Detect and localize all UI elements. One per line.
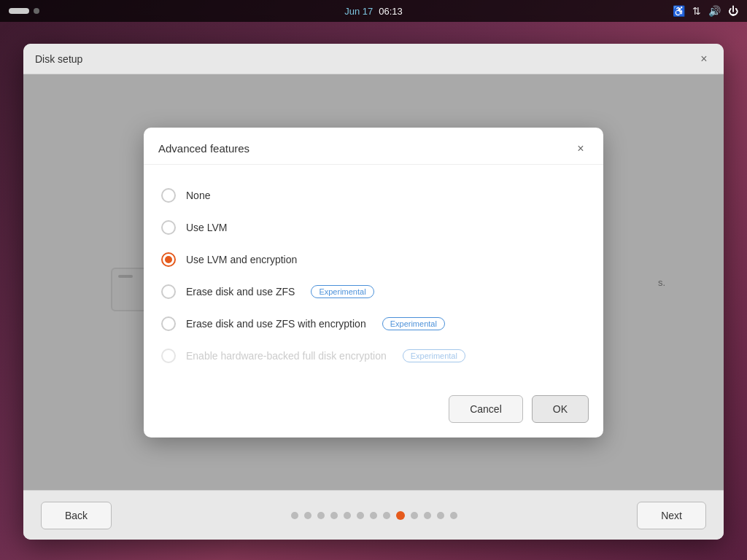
dot-9	[396, 511, 405, 520]
radio-zfs-encryption[interactable]	[161, 316, 176, 331]
radio-zfs[interactable]	[161, 284, 176, 299]
installer-title: Disk setup	[35, 53, 82, 65]
option-zfs-encryption-label: Erase disk and use ZFS with encryption	[186, 318, 366, 330]
dot-5	[344, 512, 351, 519]
dot-8	[383, 512, 390, 519]
taskbar-date: Jun 17	[344, 6, 373, 17]
option-lvm-encryption[interactable]: Use LVM and encryption	[161, 244, 586, 276]
option-hw-encryption-label: Enable hardware-backed full disk encrypt…	[186, 350, 387, 362]
zfs-encryption-experimental-badge: Experimental	[382, 317, 445, 330]
ok-button[interactable]: OK	[532, 395, 589, 423]
power-icon[interactable]: ⏻	[728, 5, 738, 17]
radio-none[interactable]	[161, 188, 176, 203]
option-zfs-label: Erase disk and use ZFS	[186, 286, 295, 298]
dot-4	[330, 512, 338, 519]
taskbar: Jun 17 06:13 ♿ ⇅ 🔊 ⏻	[0, 0, 747, 22]
option-lvm-label: Use LVM	[186, 222, 228, 233]
installer-titlebar: Disk setup ×	[23, 44, 724, 74]
taskbar-slider	[9, 8, 29, 14]
radio-hw-encryption	[161, 349, 176, 363]
zfs-experimental-badge: Experimental	[311, 285, 374, 298]
back-button[interactable]: Back	[41, 502, 112, 529]
dot-2	[304, 512, 311, 519]
taskbar-time: 06:13	[379, 6, 403, 17]
dot-7	[370, 512, 377, 519]
hw-encryption-experimental-badge: Experimental	[403, 349, 465, 362]
option-hw-encryption: Enable hardware-backed full disk encrypt…	[161, 340, 586, 372]
dot-13	[450, 512, 457, 519]
installer-window: Disk setup × ⚙ ⚙ s. Advanced features ×	[23, 44, 724, 540]
taskbar-dot	[34, 8, 39, 14]
cancel-button[interactable]: Cancel	[449, 395, 523, 423]
radio-lvm[interactable]	[161, 220, 176, 235]
modal-title: Advanced features	[158, 142, 249, 155]
dot-3	[317, 512, 325, 519]
taskbar-center: Jun 17 06:13	[344, 6, 403, 17]
installer-close-button[interactable]: ×	[696, 51, 712, 67]
progress-dots	[291, 511, 457, 520]
dot-12	[437, 512, 444, 519]
dot-6	[357, 512, 364, 519]
volume-icon[interactable]: 🔊	[708, 5, 721, 17]
taskbar-right: ♿ ⇅ 🔊 ⏻	[673, 5, 738, 17]
installer-footer: Back Next	[23, 490, 724, 540]
next-button[interactable]: Next	[637, 502, 706, 529]
network-icon[interactable]: ⇅	[692, 5, 701, 17]
dot-10	[411, 512, 418, 519]
accessibility-icon[interactable]: ♿	[673, 5, 685, 17]
option-none-label: None	[186, 190, 210, 201]
modal-overlay: Advanced features × None Use LVM	[23, 74, 724, 490]
taskbar-left	[9, 8, 39, 14]
option-lvm[interactable]: Use LVM	[161, 211, 586, 244]
advanced-features-modal: Advanced features × None Use LVM	[144, 128, 603, 438]
modal-header: Advanced features ×	[144, 128, 603, 165]
dot-11	[424, 512, 431, 519]
option-zfs-encryption[interactable]: Erase disk and use ZFS with encryption E…	[161, 308, 586, 340]
installer-content: ⚙ ⚙ s. Advanced features × None	[23, 74, 724, 490]
option-none[interactable]: None	[161, 179, 586, 211]
option-zfs[interactable]: Erase disk and use ZFS Experimental	[161, 276, 586, 308]
modal-close-button[interactable]: ×	[573, 141, 589, 157]
radio-lvm-encryption[interactable]	[161, 252, 176, 267]
modal-body: None Use LVM Use LVM and encryption	[144, 165, 603, 386]
modal-footer: Cancel OK	[144, 386, 603, 438]
dot-1	[291, 512, 298, 519]
option-lvm-encryption-label: Use LVM and encryption	[186, 254, 297, 265]
